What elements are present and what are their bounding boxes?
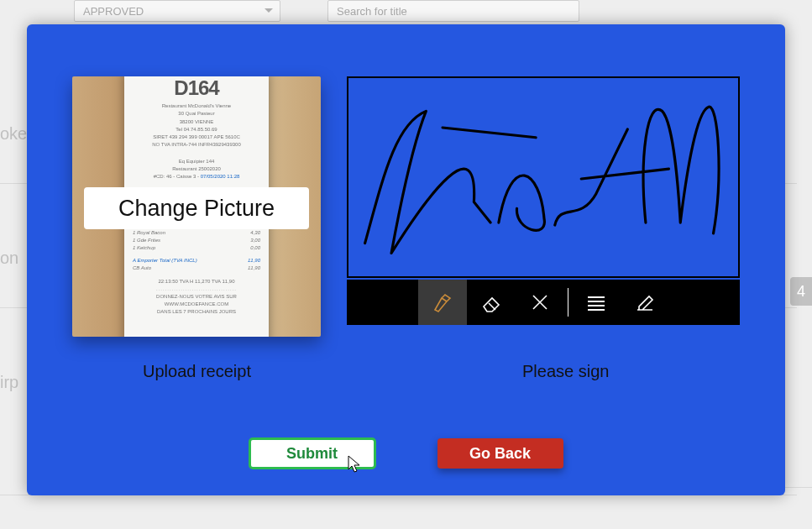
- receipt-line: #CD: 46 - Caisse 3 -: [154, 174, 199, 179]
- modal-button-row: Submit Go Back: [27, 438, 785, 469]
- total-label: A Emporter Total (TVA INCL): [133, 257, 197, 264]
- receipt-line: Eq Equipier 144: [124, 158, 269, 165]
- edit-icon: [632, 290, 657, 315]
- submit-button[interactable]: Submit: [249, 438, 375, 469]
- clear-tool[interactable]: [516, 280, 564, 325]
- bg-text-fragment: oke: [0, 124, 27, 144]
- line-weight-tool[interactable]: [572, 280, 621, 325]
- receipt-line: WWW.MCDOEFANCE.COM: [124, 301, 269, 307]
- item-name: 1 Ketchup: [133, 244, 155, 251]
- eraser-tool[interactable]: [467, 280, 516, 325]
- status-dropdown[interactable]: APPROVED: [74, 0, 280, 22]
- signature-canvas[interactable]: [347, 76, 740, 278]
- submit-label: Submit: [286, 445, 338, 463]
- receipt-line: SIRET 439 294 399 00017 APE 5610C: [124, 134, 269, 140]
- receipt-line: DONNEZ-NOUS VOTRE AVIS SUR: [124, 293, 269, 300]
- change-picture-button[interactable]: Change Picture: [84, 187, 309, 229]
- edit-tool[interactable]: [621, 280, 669, 325]
- clear-icon: [529, 291, 551, 313]
- receipt-timestamp: 07/05/2020 11:28: [201, 174, 240, 179]
- go-back-button[interactable]: Go Back: [437, 438, 563, 469]
- pen-icon: [430, 290, 455, 315]
- payment-label: CB Auto: [133, 264, 151, 271]
- item-price: 3,00: [250, 237, 260, 244]
- receipt-order-number: D164: [124, 76, 269, 102]
- bg-text-fragment: irp: [0, 373, 18, 392]
- pen-tool[interactable]: [418, 280, 467, 325]
- receipt-line: 38200 VIENNE: [124, 118, 269, 125]
- upload-sign-modal: D164 Restaurant McDonald's Vienne 30 Qua…: [27, 24, 785, 495]
- receipt-caption: Upload receipt: [143, 362, 251, 381]
- title-search-placeholder: Search for title: [337, 5, 407, 18]
- signature-panel: [347, 76, 740, 337]
- status-dropdown-value: APPROVED: [83, 5, 144, 18]
- receipt-line: Restaurant McDonald's Vienne: [124, 102, 269, 109]
- signature-stroke: [348, 78, 738, 276]
- payment-amount: 11,90: [248, 264, 260, 271]
- receipt-line: NO TVA INTRA-744 INFR43929439300: [124, 141, 269, 148]
- item-price: 0,00: [250, 244, 260, 251]
- receipt-line: Restaurant 25002020: [124, 165, 269, 172]
- item-name: 1 Royal Bacon: [133, 229, 165, 236]
- change-picture-label: Change Picture: [118, 196, 275, 222]
- receipt-line: 22:13:50 TVA H 11,270 TVA 11,90: [124, 278, 269, 285]
- receipt-separator: ....................................: [124, 285, 269, 292]
- total-price: 11,90: [248, 257, 260, 264]
- side-count-badge[interactable]: 4: [790, 277, 812, 306]
- signature-caption: Please sign: [522, 362, 609, 381]
- go-back-label: Go Back: [469, 445, 531, 463]
- receipt-items: 1 Royal Bacon4,30 1 Gde Frites3,00 1 Ket…: [124, 228, 269, 276]
- item-price: 4,30: [250, 229, 260, 236]
- receipt-line: 30 Quai Pasteur: [124, 110, 269, 117]
- receipt-preview: D164 Restaurant McDonald's Vienne 30 Qua…: [72, 76, 321, 337]
- signature-toolbar: [347, 280, 740, 325]
- title-search-input[interactable]: Search for title: [327, 0, 579, 22]
- line-weight-icon: [584, 290, 609, 315]
- side-count-value: 4: [797, 283, 805, 301]
- receipt-line: Tel 04.74.85.50.69: [124, 126, 269, 133]
- bg-text-fragment: on: [0, 249, 18, 268]
- toolbar-separator: [568, 288, 568, 317]
- receipt-line: DANS LES 7 PROCHAINS JOURS: [124, 308, 269, 315]
- eraser-icon: [479, 290, 504, 315]
- item-name: 1 Gde Frites: [133, 237, 160, 244]
